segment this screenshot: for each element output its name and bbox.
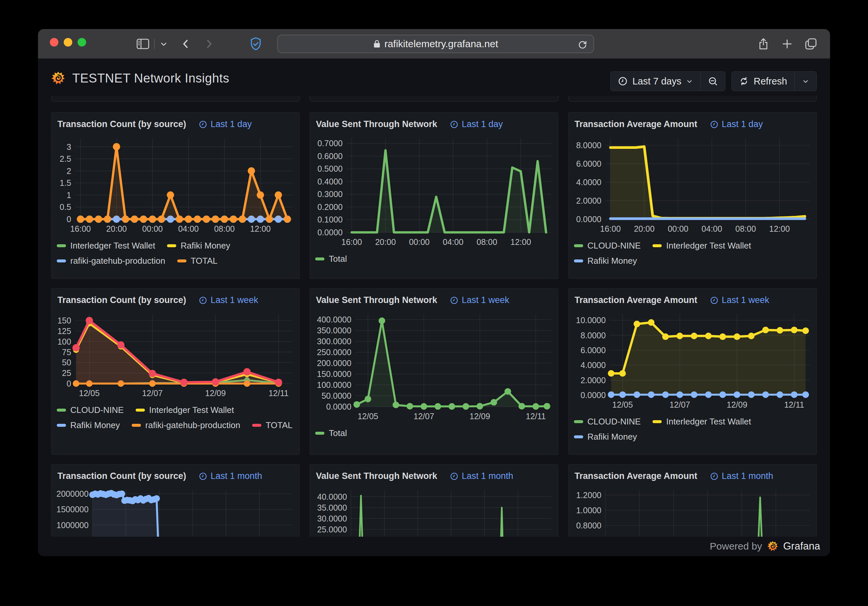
svg-text:0.5000: 0.5000 bbox=[318, 164, 343, 173]
legend-series-color bbox=[252, 424, 261, 427]
time-series-chart[interactable]: 0.000050.0000100.0000150.0000200.0000250… bbox=[315, 309, 554, 425]
legend-item[interactable]: Interledger Test Wallet bbox=[57, 240, 155, 251]
svg-text:1.2000: 1.2000 bbox=[576, 490, 601, 500]
legend-item[interactable]: CLOUD-NINE bbox=[574, 240, 641, 251]
svg-text:400.0000: 400.0000 bbox=[317, 315, 352, 324]
panel-time-range-link[interactable]: Last 1 month bbox=[710, 471, 773, 481]
svg-text:100: 100 bbox=[57, 337, 71, 346]
svg-text:8.0000: 8.0000 bbox=[581, 331, 606, 340]
svg-text:75: 75 bbox=[62, 347, 71, 357]
chevron-down-icon[interactable] bbox=[160, 29, 168, 59]
clock-icon bbox=[710, 472, 719, 480]
svg-text:150.0000: 150.0000 bbox=[317, 369, 352, 378]
legend-item[interactable]: rafiki-gatehub-production bbox=[132, 420, 240, 431]
svg-text:00:00: 00:00 bbox=[668, 224, 688, 233]
address-bar[interactable]: rafikitelemetry.grafana.net bbox=[277, 35, 594, 53]
clock-icon bbox=[199, 472, 207, 480]
refresh-button[interactable]: Refresh bbox=[732, 71, 794, 91]
svg-text:0.2000: 0.2000 bbox=[318, 202, 343, 212]
legend-item[interactable]: Rafiki Money bbox=[167, 240, 230, 251]
legend-series-color bbox=[653, 244, 662, 247]
tab-overview-icon[interactable] bbox=[804, 29, 817, 59]
svg-text:0.7000: 0.7000 bbox=[318, 139, 343, 148]
close-window-button[interactable] bbox=[50, 38, 59, 46]
chart-legend: CLOUD-NINEInterledger Test WalletRafiki … bbox=[573, 237, 812, 266]
panel-title: Transaction Count (by source) bbox=[57, 471, 186, 481]
url-text: rafikitelemetry.grafana.net bbox=[384, 38, 498, 50]
clock-icon bbox=[710, 296, 719, 305]
panel-time-range-link[interactable]: Last 1 month bbox=[199, 471, 262, 481]
legend-item[interactable]: Interledger Test Wallet bbox=[653, 240, 751, 251]
legend-series-color bbox=[167, 244, 176, 247]
panel-time-range-link[interactable]: Last 1 week bbox=[710, 295, 769, 305]
legend-item[interactable]: Rafiki Money bbox=[574, 256, 637, 266]
zoom-window-button[interactable] bbox=[78, 38, 86, 46]
time-series-chart[interactable]: 00.511.522.5316:0020:0000:0004:0008:0012… bbox=[56, 133, 295, 237]
svg-text:00:00: 00:00 bbox=[142, 224, 163, 233]
time-range-label: Last 7 days bbox=[632, 76, 681, 87]
time-series-chart[interactable]: 025507510012515012/0512/0712/0912/11 bbox=[56, 309, 295, 402]
zoom-out-button[interactable] bbox=[701, 71, 725, 91]
share-icon[interactable] bbox=[758, 29, 769, 59]
back-button[interactable] bbox=[180, 29, 192, 59]
panel-time-range-link[interactable]: Last 1 day bbox=[450, 119, 503, 129]
svg-text:0: 0 bbox=[67, 215, 71, 224]
svg-text:08:00: 08:00 bbox=[477, 237, 498, 246]
sidebar-icon[interactable] bbox=[136, 29, 149, 59]
grafana-logo bbox=[51, 71, 66, 86]
svg-text:12/05: 12/05 bbox=[612, 400, 633, 409]
legend-item[interactable]: Total bbox=[315, 428, 347, 438]
svg-text:150: 150 bbox=[57, 316, 71, 325]
svg-text:12/11: 12/11 bbox=[269, 389, 289, 398]
legend-item[interactable]: CLOUD-NINE bbox=[57, 405, 124, 415]
panel: Value Sent Through NetworkLast 1 week0.0… bbox=[310, 288, 558, 455]
svg-text:12:00: 12:00 bbox=[250, 224, 271, 233]
panel-header: Transaction Average AmountLast 1 day bbox=[573, 116, 812, 133]
svg-text:100.0000: 100.0000 bbox=[317, 380, 352, 389]
svg-text:16:00: 16:00 bbox=[70, 224, 91, 233]
svg-text:4.0000: 4.0000 bbox=[576, 178, 601, 187]
svg-text:16:00: 16:00 bbox=[342, 237, 363, 246]
svg-text:0.0000: 0.0000 bbox=[576, 215, 601, 224]
legend-item[interactable]: TOTAL bbox=[177, 256, 217, 266]
panel-time-range-link[interactable]: Last 1 week bbox=[450, 295, 509, 305]
svg-text:8.0000: 8.0000 bbox=[576, 141, 601, 150]
legend-series-color bbox=[574, 436, 583, 438]
clock-icon bbox=[710, 120, 719, 129]
legend-item[interactable]: Interledger Test Wallet bbox=[653, 417, 751, 427]
page-title: TESTNET Network Insights bbox=[72, 71, 229, 85]
time-series-chart[interactable]: 0.00002.00004.00006.00008.000016:0020:00… bbox=[573, 133, 812, 237]
clock-icon bbox=[450, 472, 459, 480]
legend-item[interactable]: TOTAL bbox=[252, 420, 292, 431]
shield-extension-icon[interactable] bbox=[249, 29, 262, 59]
refresh-interval-dropdown[interactable] bbox=[794, 71, 817, 91]
time-series-chart[interactable]: 0.00000.10000.20000.30000.40000.50000.60… bbox=[315, 133, 554, 251]
browser-toolbar: rafikitelemetry.grafana.net bbox=[38, 29, 830, 59]
svg-text:1000000: 1000000 bbox=[56, 521, 88, 530]
svg-text:6.0000: 6.0000 bbox=[581, 346, 606, 355]
legend-item[interactable]: rafiki-gatehub-production bbox=[57, 256, 165, 266]
legend-item[interactable]: Total bbox=[315, 254, 347, 264]
panel-time-range-link[interactable]: Last 1 day bbox=[199, 119, 252, 129]
lock-icon bbox=[373, 39, 381, 48]
panel-time-range-link[interactable]: Last 1 week bbox=[199, 295, 258, 305]
panel-title: Value Sent Through Network bbox=[316, 119, 437, 129]
reload-icon[interactable] bbox=[577, 38, 588, 53]
panel-title: Transaction Average Amount bbox=[575, 119, 698, 129]
minimize-window-button[interactable] bbox=[64, 38, 72, 46]
time-series-chart[interactable]: 0.00002.00004.00006.00008.000010.000012/… bbox=[573, 309, 812, 413]
clock-icon bbox=[618, 76, 628, 86]
panel-header: Value Sent Through NetworkLast 1 day bbox=[315, 116, 553, 133]
legend-item[interactable]: Interledger Test Wallet bbox=[136, 405, 234, 415]
legend-item[interactable]: CLOUD-NINE bbox=[574, 417, 641, 427]
time-range-picker[interactable]: Last 7 days bbox=[611, 71, 701, 91]
legend-series-color bbox=[57, 409, 66, 412]
panel-bottom-edge bbox=[51, 96, 300, 102]
panel-time-range-link[interactable]: Last 1 day bbox=[710, 119, 763, 129]
panel-time-range-link[interactable]: Last 1 month bbox=[450, 471, 513, 481]
new-tab-icon[interactable] bbox=[781, 29, 793, 59]
clock-icon bbox=[450, 296, 459, 305]
legend-item[interactable]: Rafiki Money bbox=[574, 432, 637, 442]
legend-item[interactable]: Rafiki Money bbox=[57, 420, 120, 431]
forward-button[interactable] bbox=[203, 29, 215, 59]
